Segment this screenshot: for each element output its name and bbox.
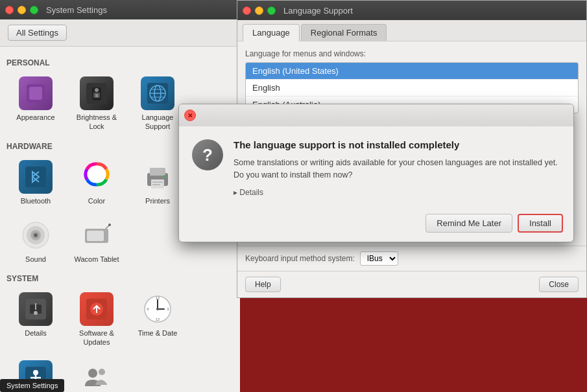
ls-keyboard-row: Keyboard input method system: IBus	[237, 246, 586, 271]
wacom-label: Wacom Tablet	[74, 255, 119, 264]
svg-point-53	[99, 369, 105, 375]
timedate-icon-box: 12 12 9 3	[141, 292, 174, 326]
ls-close-button[interactable]	[243, 6, 251, 15]
users-icon-box	[80, 360, 114, 392]
modal-close-button[interactable]: ✕	[184, 110, 196, 121]
system-icons-grid: Details Software &Updates	[6, 287, 234, 392]
color-icon-box	[80, 160, 114, 194]
ls-window-title: Language Support	[283, 6, 353, 16]
close-button[interactable]	[5, 6, 14, 14]
tab-regional-formats[interactable]: Regional Formats	[301, 24, 387, 41]
sidebar-item-appearance[interactable]: Appearance	[6, 71, 65, 137]
svg-text:12: 12	[156, 296, 160, 300]
sidebar-item-color[interactable]: Color	[67, 155, 126, 211]
modal-footer: Remind Me Later Install	[179, 207, 573, 242]
all-settings-button[interactable]: All Settings	[8, 25, 67, 41]
titlebar: System Settings	[0, 0, 240, 19]
lang-item-en-us[interactable]: English (United States)	[246, 63, 578, 80]
ls-titlebar: Language Support	[237, 1, 586, 20]
ls-footer: Help Close	[237, 271, 586, 297]
system-settings-tooltip: System Settings	[0, 379, 64, 392]
tab-language[interactable]: Language	[243, 24, 300, 41]
svg-point-41	[156, 308, 159, 310]
svg-rect-1	[29, 87, 42, 100]
appearance-label: Appearance	[16, 113, 54, 122]
svg-text:12: 12	[156, 317, 160, 321]
svg-point-21	[163, 175, 166, 178]
svg-point-30	[108, 224, 111, 226]
sidebar-item-sound[interactable]: Sound	[6, 213, 65, 269]
details-icon-box	[19, 292, 53, 326]
modal-message: Some translations or writing aids availa…	[234, 157, 560, 181]
bluetooth-label: Bluetooth	[21, 196, 51, 205]
ls-section-label: Language for menus and windows:	[245, 49, 579, 58]
svg-point-26	[34, 234, 37, 236]
svg-rect-17	[150, 168, 165, 176]
modal-title: The language support is not installed co…	[234, 139, 560, 150]
brightness-label: Brightness &Lock	[77, 113, 117, 132]
software-icon-box	[80, 292, 114, 326]
sidebar-item-bluetooth[interactable]: Bluetooth	[6, 155, 65, 211]
modal-header-bar: ✕	[179, 104, 573, 126]
help-button[interactable]: Help	[245, 277, 281, 292]
ls-minimize-button[interactable]	[255, 6, 263, 15]
sidebar-item-brightness-lock[interactable]: Brightness &Lock	[67, 71, 126, 137]
modal-body: ? The language support is not installed …	[179, 126, 573, 207]
language-icon	[141, 76, 174, 110]
modal-question-icon: ?	[192, 139, 223, 170]
keyboard-label: Keyboard input method system:	[245, 254, 355, 263]
sound-label: Sound	[25, 255, 46, 264]
sidebar-item-software-updates[interactable]: Software &Updates	[67, 287, 126, 352]
brightness-icon	[80, 76, 114, 110]
svg-point-33	[34, 311, 38, 315]
svg-rect-13	[25, 167, 46, 187]
software-label: Software &Updates	[79, 329, 114, 347]
printers-label: Printers	[145, 196, 170, 205]
language-label: LanguageSupport	[142, 113, 174, 132]
install-button[interactable]: Install	[518, 214, 563, 233]
minimize-button[interactable]	[18, 6, 26, 14]
close-button-ls[interactable]: Close	[539, 277, 579, 292]
bluetooth-icon-box	[19, 160, 53, 194]
wacom-icon-box	[80, 218, 114, 252]
svg-rect-6	[95, 94, 98, 97]
details-label: Details	[25, 329, 47, 338]
modal-dialog: ✕ ? The language support is not installe…	[178, 104, 574, 242]
timedate-label: Time & Date	[138, 329, 178, 338]
svg-point-15	[93, 170, 101, 178]
appearance-icon	[19, 76, 53, 110]
svg-rect-28	[87, 231, 104, 241]
svg-point-5	[95, 88, 99, 92]
maximize-button[interactable]	[30, 6, 38, 14]
svg-rect-19	[152, 181, 163, 183]
system-section-label: System	[6, 274, 234, 283]
color-label: Color	[88, 196, 105, 205]
svg-rect-20	[152, 184, 160, 185]
ls-tabs-bar: Language Regional Formats	[237, 20, 586, 41]
ls-maximize-button[interactable]	[267, 6, 276, 15]
modal-details-toggle[interactable]: ▸ Details	[234, 188, 560, 197]
lang-item-en[interactable]: English	[246, 80, 578, 97]
modal-content-area: The language support is not installed co…	[234, 139, 560, 197]
all-settings-bar: All Settings	[0, 19, 240, 47]
window-title: System Settings	[46, 5, 107, 15]
svg-point-47	[33, 370, 38, 375]
svg-point-52	[88, 369, 97, 378]
sidebar-item-wacom[interactable]: Wacom Tablet	[67, 213, 126, 269]
sidebar-item-user-accounts[interactable]: UserAccounts	[67, 355, 126, 392]
remind-later-button[interactable]: Remind Me Later	[425, 214, 512, 233]
sidebar-item-details[interactable]: Details	[6, 287, 65, 352]
keyboard-method-select[interactable]: IBus	[360, 251, 398, 266]
sound-icon-box	[19, 218, 53, 252]
printers-icon-box	[141, 160, 174, 194]
sidebar-item-timedate[interactable]: 12 12 9 3 Time & Date	[128, 287, 187, 352]
personal-section-label: Personal	[6, 58, 234, 67]
